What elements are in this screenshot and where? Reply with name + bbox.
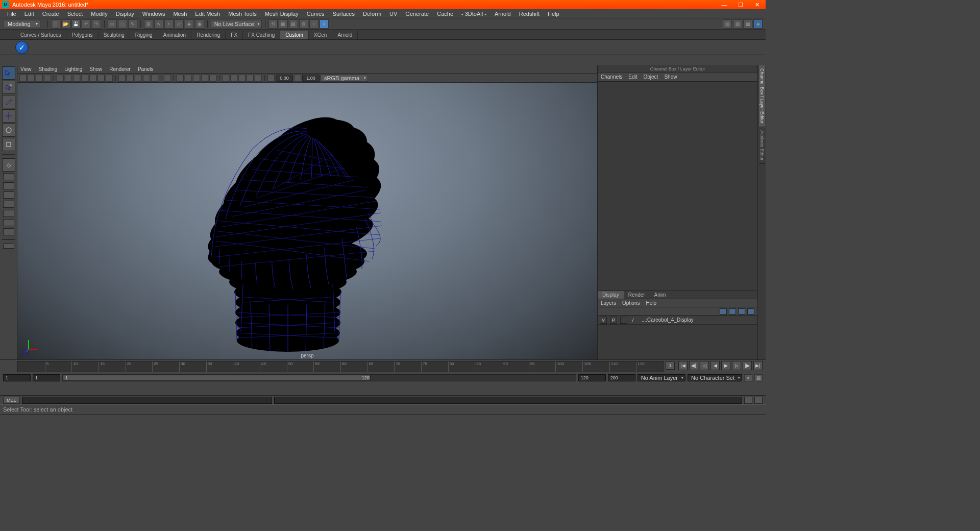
menu-mesh-tools[interactable]: Mesh Tools (224, 10, 260, 18)
toggle-attribute-icon[interactable]: ▦ (743, 19, 752, 29)
redo-icon[interactable]: ↷ (92, 19, 101, 29)
shelf-tab-fx[interactable]: FX (226, 31, 243, 39)
unused-icon[interactable] (255, 75, 262, 82)
menu-surfaces[interactable]: Surfaces (329, 10, 359, 18)
save-scene-icon[interactable]: 💾 (71, 19, 81, 29)
layout-four[interactable] (3, 182, 14, 189)
layer-playback-toggle[interactable]: P (610, 317, 617, 324)
menu-help[interactable]: Help (544, 10, 564, 18)
lasso-tool[interactable] (2, 81, 15, 94)
occlusion-icon[interactable] (193, 75, 200, 82)
shelf-tab-curves-surfaces[interactable]: Curves / Surfaces (15, 31, 66, 39)
snap-view-icon[interactable]: ◈ (185, 19, 194, 29)
step-forward-frame-button[interactable]: ▷ (732, 361, 741, 370)
layout-persp-outliner[interactable] (3, 210, 14, 217)
tab-channel-box[interactable]: Channel Box / Layer Editor (759, 65, 765, 127)
menu-edit[interactable]: Edit (20, 10, 38, 18)
layer-visibility-toggle[interactable]: V (600, 317, 607, 324)
snap-live-icon[interactable]: ◉ (195, 19, 204, 29)
history-icon[interactable]: ⟲ (268, 19, 278, 29)
step-forward-key-button[interactable]: |▶ (743, 361, 752, 370)
depth-field-icon[interactable] (201, 75, 208, 82)
play-backward-button[interactable]: ◀ (710, 361, 720, 370)
panel-menu-lighting[interactable]: Lighting (64, 66, 82, 72)
menu-edit-mesh[interactable]: Edit Mesh (191, 10, 224, 18)
range-start-outer[interactable]: 1 (3, 374, 31, 381)
shelf-tab-polygons[interactable]: Polygons (66, 31, 98, 39)
shelf-tab-xgen[interactable]: XGen (309, 31, 333, 39)
snap-curve-icon[interactable]: ∿ (154, 19, 163, 29)
xray-icon[interactable] (177, 75, 184, 82)
undo-icon[interactable]: ↶ (82, 19, 91, 29)
new-scene-icon[interactable]: □ (51, 19, 60, 29)
field-chart-icon[interactable] (89, 75, 96, 82)
toggle-toolsettings-icon[interactable]: ▥ (733, 19, 742, 29)
gamma-icon[interactable] (294, 75, 301, 82)
paint-select-icon[interactable]: ✎ (128, 19, 137, 29)
layout-custom[interactable]: - (3, 244, 14, 249)
anim-layer-dropdown[interactable]: No Anim Layer (638, 374, 685, 381)
close-button[interactable]: ✕ (753, 1, 761, 8)
last-tool[interactable]: ◇ (2, 158, 15, 172)
new-empty-layer-icon[interactable] (738, 308, 745, 315)
minimize-button[interactable]: — (721, 1, 728, 8)
menu-windows[interactable]: Windows (138, 10, 169, 18)
menu--3dtoall-[interactable]: - 3DtoAll - (457, 10, 491, 18)
paint-select-tool[interactable] (2, 95, 15, 108)
viewport-canvas[interactable]: persp (17, 83, 597, 359)
render-icon[interactable]: ▦ (279, 19, 288, 29)
menu-generate[interactable]: Generate (401, 10, 433, 18)
panel-menu-panels[interactable]: Panels (138, 66, 154, 72)
move-tool[interactable] (2, 109, 15, 123)
menu-create[interactable]: Create (38, 10, 63, 18)
open-scene-icon[interactable]: 📂 (61, 19, 70, 29)
resolution-gate-icon[interactable] (73, 75, 80, 82)
menu-display[interactable]: Display (112, 10, 138, 18)
go-to-end-button[interactable]: ▶| (753, 361, 763, 370)
colorspace-dropdown[interactable]: sRGB gamma (321, 75, 368, 82)
move-layer-down-icon[interactable] (729, 308, 736, 315)
shelf-tab-arnold[interactable]: Arnold (332, 31, 358, 39)
grid-icon[interactable] (222, 75, 229, 82)
layer-tab-display[interactable]: Display (598, 291, 624, 299)
snap-point-icon[interactable]: • (164, 19, 174, 29)
shadows-icon[interactable] (151, 75, 158, 82)
menu-redshift[interactable]: Redshift (515, 10, 544, 18)
range-end-inner[interactable]: 120 (578, 374, 606, 381)
textured-icon[interactable] (135, 75, 142, 82)
go-to-start-button[interactable]: |◀ (678, 361, 688, 370)
cb-menu-show[interactable]: Show (664, 74, 677, 80)
ipr-render-icon[interactable]: ▨ (289, 19, 298, 29)
new-layer-selected-icon[interactable] (747, 308, 754, 315)
range-handle[interactable] (63, 375, 371, 381)
camera-attributes-icon[interactable] (36, 75, 43, 82)
menu-arnold[interactable]: Arnold (491, 10, 515, 18)
layer-menu-help[interactable]: Help (646, 300, 656, 306)
menu-mesh-display[interactable]: Mesh Display (261, 10, 303, 18)
menu-select[interactable]: Select (63, 10, 87, 18)
select-tool[interactable] (2, 66, 15, 80)
safe-title-icon[interactable] (106, 75, 113, 82)
layer-menu-layers[interactable]: Layers (601, 300, 616, 306)
film-origin-icon[interactable] (230, 75, 237, 82)
xray-joints-icon[interactable] (185, 75, 192, 82)
mel-label[interactable]: MEL (3, 397, 20, 404)
panel-menu-shading[interactable]: Shading (39, 66, 58, 72)
menu-cache[interactable]: Cache (433, 10, 457, 18)
time-slider[interactable]: 5101520253035404550556065707580859095100… (17, 361, 664, 372)
select-mode-icon[interactable]: ▭ (108, 19, 117, 29)
play-forward-button[interactable]: ▶ (721, 361, 730, 370)
gate-mask-icon[interactable] (81, 75, 88, 82)
layer-tab-render[interactable]: Render (624, 291, 650, 299)
toggle-channelbox-icon[interactable]: ▤ (723, 19, 732, 29)
wireframe-icon[interactable] (118, 75, 126, 82)
menu-curves[interactable]: Curves (303, 10, 329, 18)
range-end-outer[interactable]: 200 (608, 374, 635, 381)
custom-shelf-button[interactable] (15, 41, 29, 54)
snap-plane-icon[interactable]: ▱ (175, 19, 184, 29)
layer-menu-options[interactable]: Options (622, 300, 640, 306)
range-start-inner[interactable]: 1 (33, 374, 60, 381)
command-input[interactable] (22, 397, 272, 404)
exposure-icon[interactable] (267, 75, 275, 82)
shelf-tab-custom[interactable]: Custom (280, 31, 308, 39)
